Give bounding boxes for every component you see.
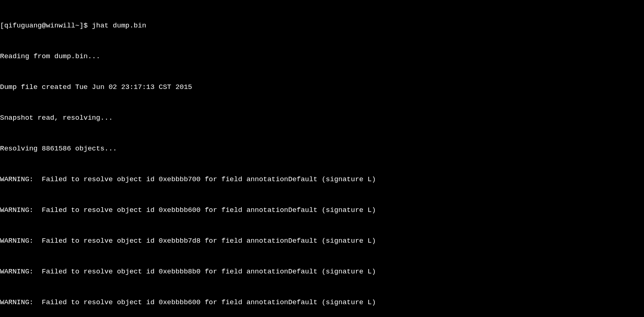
output-line: Dump file created Tue Jun 02 23:17:13 CS… [0,82,644,92]
output-line: WARNING: Failed to resolve object id 0xe… [0,205,644,215]
output-line: Resolving 8861586 objects... [0,143,644,154]
shell-prompt: [qifuguang@winwill~]$ [0,22,92,30]
shell-command: jhat dump.bin [92,22,146,30]
output-line: WARNING: Failed to resolve object id 0xe… [0,236,644,246]
output-line: WARNING: Failed to resolve object id 0xe… [0,174,644,184]
command-line: [qifuguang@winwill~]$ jhat dump.bin [0,20,644,31]
output-line: Snapshot read, resolving... [0,113,644,123]
output-line: WARNING: Failed to resolve object id 0xe… [0,266,644,277]
output-line: Reading from dump.bin... [0,51,644,61]
terminal-output[interactable]: [qifuguang@winwill~]$ jhat dump.bin Read… [0,0,644,317]
output-line: WARNING: Failed to resolve object id 0xe… [0,297,644,307]
